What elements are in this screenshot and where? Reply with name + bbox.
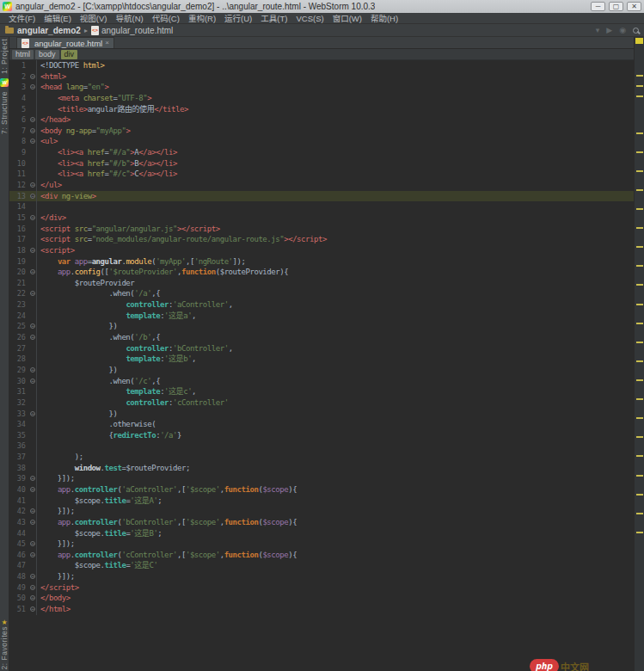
code-line[interactable]: 12−</ul> xyxy=(9,180,634,191)
code-line[interactable]: 26− .when('/b',{ xyxy=(9,332,634,343)
fold-marker-icon[interactable]: − xyxy=(30,194,35,199)
code-line[interactable]: 42− }]); xyxy=(9,506,634,517)
fold-marker-icon[interactable]: − xyxy=(30,574,35,579)
scrollbar-warning-mark[interactable] xyxy=(636,323,643,324)
fold-marker-icon[interactable]: − xyxy=(30,335,35,340)
code-line[interactable]: 4 <meta charset="UTF-8"> xyxy=(9,93,634,104)
code-line[interactable]: 39− }]); xyxy=(9,473,634,484)
fold-marker-icon[interactable]: − xyxy=(30,606,35,612)
scrollbar-warning-mark[interactable] xyxy=(636,513,643,514)
breadcrumb-item-html[interactable]: html xyxy=(12,50,34,59)
fold-marker-icon[interactable]: − xyxy=(30,74,35,79)
code-line[interactable]: 10 <li><a href="#/b">B</a></li> xyxy=(9,158,634,169)
code-line[interactable]: 47 $scope.title='这是C' xyxy=(9,560,634,571)
scrollbar-warning-mark[interactable] xyxy=(636,342,643,343)
fold-marker-icon[interactable]: − xyxy=(30,367,35,372)
code-line[interactable]: 11 <li><a href="#/c">C</a></li> xyxy=(9,169,634,180)
menu-item-9[interactable]: 窗口(W) xyxy=(328,12,366,24)
tool-window-favorites[interactable]: 2: Favorites xyxy=(0,626,9,669)
fold-marker-icon[interactable]: − xyxy=(30,508,35,514)
code-line[interactable]: 22− .when('/a',{ xyxy=(9,288,634,299)
code-line[interactable]: 9 <li><a href="#/a">A</a></li> xyxy=(9,147,634,158)
scrollbar-warning-mark[interactable] xyxy=(636,151,643,153)
code-line[interactable]: 50−</body> xyxy=(9,593,634,604)
run-config-dropdown-icon[interactable]: ▾ xyxy=(596,26,600,34)
scrollbar-warning-mark[interactable] xyxy=(636,436,643,438)
code-line[interactable]: 34 .otherwise( xyxy=(9,419,634,430)
code-editor[interactable]: 1<!DOCTYPE html>2−<html>3−<head lang="en… xyxy=(9,60,634,671)
scrollbar-warning-mark[interactable] xyxy=(636,417,643,419)
fold-marker-icon[interactable]: − xyxy=(30,323,35,329)
scrollbar-warning-mark[interactable] xyxy=(636,75,643,77)
scrollbar-warning-mark[interactable] xyxy=(636,379,643,381)
code-line[interactable]: 41 $scope.title='这是A'; xyxy=(9,496,634,507)
code-line[interactable]: 29− }) xyxy=(9,365,634,376)
code-line[interactable]: 16<script src="angular/angular.js"></scr… xyxy=(9,224,634,235)
code-line[interactable]: 8−<ul> xyxy=(9,136,634,147)
code-line[interactable]: 17<script src="node_modules/angular-rout… xyxy=(9,234,634,245)
scrollbar-warning-mark[interactable] xyxy=(636,170,643,172)
scrollbar-warning-mark[interactable] xyxy=(636,532,643,533)
fold-marker-icon[interactable]: − xyxy=(30,215,35,220)
menu-item-2[interactable]: 视图(V) xyxy=(76,12,112,24)
code-line[interactable]: 36 xyxy=(9,440,634,452)
fold-marker-icon[interactable]: − xyxy=(30,139,35,144)
breadcrumb-project[interactable]: angular_demo2 xyxy=(17,26,81,35)
scrollbar-warning-mark[interactable] xyxy=(636,304,643,305)
tool-window-structure[interactable]: 7: Structure xyxy=(0,91,9,134)
inspection-status-indicator[interactable] xyxy=(635,38,643,44)
fold-marker-icon[interactable]: − xyxy=(30,585,35,590)
fold-marker-icon[interactable]: − xyxy=(30,128,35,133)
code-line[interactable]: 43− app.controller('bController',['$scop… xyxy=(9,517,634,528)
menu-item-0[interactable]: 文件(F) xyxy=(4,12,40,24)
code-line[interactable]: 13−<div ng-view> xyxy=(9,191,634,202)
code-line[interactable]: 32 controller:'cController' xyxy=(9,397,634,409)
fold-marker-icon[interactable]: − xyxy=(30,117,35,122)
code-line[interactable]: 45− }]); xyxy=(9,539,634,550)
code-line[interactable]: 46− app.controller('cController',['$scop… xyxy=(9,550,634,561)
scrollbar-warning-mark[interactable] xyxy=(636,85,643,87)
fold-marker-icon[interactable]: − xyxy=(30,476,35,481)
fold-marker-icon[interactable]: − xyxy=(30,291,35,296)
scrollbar-warning-mark[interactable] xyxy=(636,95,643,97)
code-line[interactable]: 6−</head> xyxy=(9,114,634,126)
minimize-button[interactable]: ─ xyxy=(591,2,605,11)
code-line[interactable]: 30− .when('/c',{ xyxy=(9,376,634,387)
code-line[interactable]: 33− }) xyxy=(9,409,634,420)
menu-item-10[interactable]: 帮助(H) xyxy=(366,12,402,24)
scrollbar-warning-mark[interactable] xyxy=(636,455,643,457)
code-line[interactable]: 25− }) xyxy=(9,321,634,332)
scrollbar-warning-mark[interactable] xyxy=(636,189,643,191)
scrollbar-warning-mark[interactable] xyxy=(636,132,643,134)
menu-item-8[interactable]: VCS(S) xyxy=(291,14,328,23)
breadcrumb-file[interactable]: angular_route.html xyxy=(101,26,173,35)
scrollbar-warning-mark[interactable] xyxy=(636,360,643,362)
code-line[interactable]: 44 $scope.title='这是B'; xyxy=(9,528,634,539)
menu-item-4[interactable]: 代码(C) xyxy=(148,12,184,24)
scrollbar-warning-mark[interactable] xyxy=(636,208,643,210)
search-icon[interactable] xyxy=(633,28,639,34)
scrollbar-warning-mark[interactable] xyxy=(636,246,643,248)
code-line[interactable]: 49−</script> xyxy=(9,582,634,594)
code-line[interactable]: 20− app.config(['$routeProvider',functio… xyxy=(9,267,634,278)
breadcrumb-item-div[interactable]: div xyxy=(61,50,78,59)
code-line[interactable]: 28 template:'这是b', xyxy=(9,354,634,365)
tool-window-project[interactable]: 1: Project xyxy=(0,39,9,74)
code-line[interactable]: 31 template:'这是c', xyxy=(9,386,634,397)
code-line[interactable]: 5 <title>angular路由的使用</title> xyxy=(9,104,634,115)
close-button[interactable]: ✕ xyxy=(627,2,641,11)
stop-icon[interactable]: ◉ xyxy=(619,26,626,34)
code-line[interactable]: 35 {redirectTo:'/a'} xyxy=(9,430,634,441)
fold-marker-icon[interactable]: − xyxy=(30,520,35,525)
code-line[interactable]: 48− }]); xyxy=(9,571,634,582)
menu-item-5[interactable]: 重构(R) xyxy=(184,12,220,24)
menu-item-6[interactable]: 运行(U) xyxy=(220,12,256,24)
fold-marker-icon[interactable]: − xyxy=(30,541,35,546)
code-line[interactable]: 15−</div> xyxy=(9,212,634,224)
error-stripe-scrollbar[interactable] xyxy=(634,37,644,671)
code-line[interactable]: 51−</html> xyxy=(9,604,634,615)
run-icon[interactable]: ▶ xyxy=(606,26,612,34)
code-line[interactable]: 19 var app=angular.module('myApp',['ngRo… xyxy=(9,256,634,268)
code-line[interactable]: 1<!DOCTYPE html> xyxy=(9,60,634,71)
fold-marker-icon[interactable]: − xyxy=(30,411,35,416)
